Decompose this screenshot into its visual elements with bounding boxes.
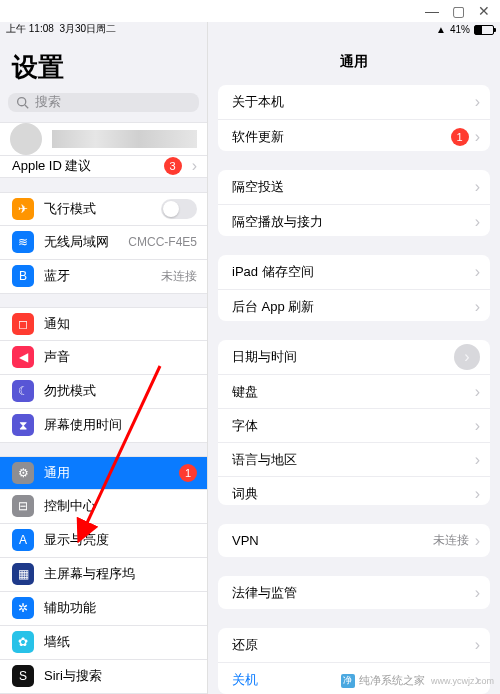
detail-row[interactable]: 词典 › bbox=[218, 476, 490, 504]
row-label: 蓝牙 bbox=[44, 267, 151, 285]
toggle-switch[interactable] bbox=[161, 199, 197, 219]
group-locale: 日期与时间 › 键盘 › 字体 › 语言与地区 › 词典 › bbox=[218, 340, 490, 504]
row-value: 未连接 bbox=[433, 532, 469, 549]
row-label: 关于本机 bbox=[232, 93, 475, 111]
row-label: iPad 储存空间 bbox=[232, 263, 475, 281]
row-icon: ⧗ bbox=[12, 414, 34, 436]
detail-row[interactable]: VPN 未连接› bbox=[218, 524, 490, 557]
row-label: 墙纸 bbox=[44, 633, 197, 651]
chevron-right-icon: › bbox=[475, 298, 480, 316]
group-about: 关于本机 › 软件更新 1› bbox=[218, 85, 490, 151]
row-label: 声音 bbox=[44, 348, 197, 366]
sidebar-item[interactable]: ◀ 声音 bbox=[0, 341, 207, 375]
row-label: 通用 bbox=[44, 464, 169, 482]
row-icon: ◀ bbox=[12, 346, 34, 368]
status-time: 上午 11:08 bbox=[6, 22, 54, 36]
row-label: 语言与地区 bbox=[232, 451, 475, 469]
sidebar-item[interactable]: ✲ 辅助功能 bbox=[0, 592, 207, 626]
chevron-right-icon: › bbox=[475, 532, 480, 550]
wifi-icon: ▲ bbox=[436, 24, 446, 35]
detail-row[interactable]: 键盘 › bbox=[218, 374, 490, 408]
row-label: 还原 bbox=[232, 636, 475, 654]
sidebar-item[interactable]: ⊟ 控制中心 bbox=[0, 490, 207, 524]
detail-row[interactable]: 语言与地区 › bbox=[218, 442, 490, 476]
sidebar-item[interactable]: ✈ 飞行模式 bbox=[0, 192, 207, 226]
row-label: 字体 bbox=[232, 417, 475, 435]
sidebar-item[interactable]: ⧗ 屏幕使用时间 bbox=[0, 409, 207, 443]
battery-icon bbox=[474, 25, 494, 35]
row-label: 隔空投送 bbox=[232, 178, 475, 196]
window-titlebar: — ▢ ✕ bbox=[0, 0, 500, 22]
badge: 3 bbox=[164, 157, 182, 175]
chevron-right-icon: › bbox=[475, 213, 480, 231]
watermark: 净 纯净系统之家 www.ycwjz.com bbox=[341, 673, 494, 688]
chevron-right-icon: › bbox=[475, 93, 480, 111]
row-label: 软件更新 bbox=[232, 128, 451, 146]
minimize-button[interactable]: — bbox=[426, 5, 438, 17]
group-legal: 法律与监管 › bbox=[218, 576, 490, 609]
search-placeholder: 搜索 bbox=[35, 93, 61, 111]
row-label: 飞行模式 bbox=[44, 200, 151, 218]
chevron-right-icon: › bbox=[475, 636, 480, 654]
sidebar-item[interactable]: ☾ 勿扰模式 bbox=[0, 375, 207, 409]
watermark-text: 纯净系统之家 bbox=[359, 673, 425, 688]
detail-row[interactable]: 法律与监管 › bbox=[218, 576, 490, 609]
apple-id-suggestions[interactable]: Apple ID 建议 3 › bbox=[0, 156, 207, 179]
detail-row[interactable]: 关于本机 › bbox=[218, 85, 490, 119]
watermark-logo-icon: 净 bbox=[341, 674, 355, 688]
detail-row[interactable]: 后台 App 刷新 › bbox=[218, 289, 490, 321]
detail-row[interactable]: 日期与时间 › bbox=[218, 340, 490, 374]
sidebar-item[interactable]: ◻ 通知 bbox=[0, 307, 207, 341]
group-vpn: VPN 未连接› bbox=[218, 524, 490, 557]
chevron-right-icon: › bbox=[454, 344, 480, 370]
status-date: 3月30日周二 bbox=[59, 22, 116, 36]
badge: 1 bbox=[451, 128, 469, 146]
row-icon: ✲ bbox=[12, 597, 34, 619]
profile-row[interactable] bbox=[0, 122, 207, 156]
row-value: CMCC-F4E5 bbox=[128, 235, 197, 249]
sidebar-item[interactable]: ▦ 主屏幕与程序坞 bbox=[0, 558, 207, 592]
svg-line-1 bbox=[25, 105, 28, 108]
group-airdrop: 隔空投送 › 隔空播放与接力 › bbox=[218, 170, 490, 236]
row-icon: ✈ bbox=[12, 198, 34, 220]
settings-title: 设置 bbox=[0, 36, 207, 93]
sidebar-item[interactable]: ✿ 墙纸 bbox=[0, 626, 207, 660]
status-bar-left: 上午 11:08 3月30日周二 bbox=[0, 22, 207, 36]
row-label: 控制中心 bbox=[44, 497, 197, 515]
chevron-right-icon: › bbox=[192, 157, 197, 175]
row-label: 法律与监管 bbox=[232, 584, 475, 602]
row-label: 显示与亮度 bbox=[44, 531, 197, 549]
sidebar-item[interactable]: S Siri与搜索 bbox=[0, 660, 207, 694]
row-label: 勿扰模式 bbox=[44, 382, 197, 400]
profile-name-blurred bbox=[52, 130, 197, 148]
row-icon: ◻ bbox=[12, 313, 34, 335]
row-label: VPN bbox=[232, 533, 433, 548]
row-icon: S bbox=[12, 665, 34, 687]
detail-panel: ▲ 41% 通用 关于本机 › 软件更新 1› 隔空投送 › 隔空播放与接力 ›… bbox=[208, 22, 500, 694]
sidebar-item[interactable]: ≋ 无线局域网 CMCC-F4E5 bbox=[0, 226, 207, 260]
detail-row[interactable]: 字体 › bbox=[218, 408, 490, 442]
detail-row[interactable]: 隔空投送 › bbox=[218, 170, 490, 204]
maximize-button[interactable]: ▢ bbox=[452, 5, 464, 17]
search-input[interactable]: 搜索 bbox=[8, 93, 199, 112]
detail-row[interactable]: 隔空播放与接力 › bbox=[218, 204, 490, 236]
close-button[interactable]: ✕ bbox=[478, 5, 490, 17]
status-bar-right: ▲ 41% bbox=[208, 22, 500, 37]
sidebar-item[interactable]: B 蓝牙 未连接 bbox=[0, 260, 207, 294]
chevron-right-icon: › bbox=[475, 128, 480, 146]
detail-row[interactable]: iPad 储存空间 › bbox=[218, 255, 490, 289]
sidebar-item[interactable]: A 显示与亮度 bbox=[0, 524, 207, 558]
row-label: 日期与时间 bbox=[232, 348, 448, 366]
chevron-right-icon: › bbox=[475, 451, 480, 469]
row-icon: B bbox=[12, 265, 34, 287]
detail-row[interactable]: 软件更新 1› bbox=[218, 119, 490, 151]
row-value: 未连接 bbox=[161, 268, 197, 285]
sidebar-item[interactable]: ⚙ 通用 1 bbox=[0, 456, 207, 490]
row-icon: ⊟ bbox=[12, 495, 34, 517]
settings-sidebar: 上午 11:08 3月30日周二 设置 搜索 Apple ID 建议 3 › ✈… bbox=[0, 22, 208, 694]
chevron-right-icon: › bbox=[475, 263, 480, 281]
detail-row[interactable]: 还原 › bbox=[218, 628, 490, 662]
avatar bbox=[10, 123, 42, 155]
row-label: Siri与搜索 bbox=[44, 667, 197, 685]
row-label: 隔空播放与接力 bbox=[232, 213, 475, 231]
